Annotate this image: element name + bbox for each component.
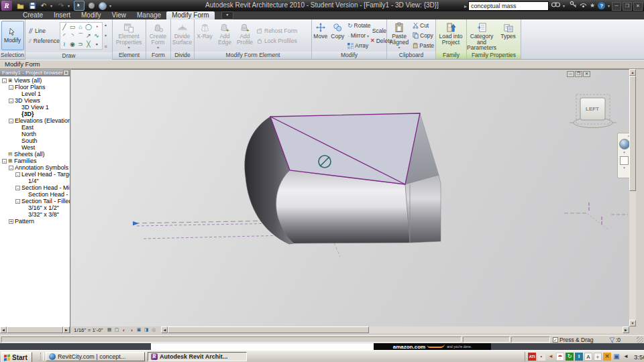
- tree-item[interactable]: -Elevations (Elevation 1: [0, 117, 70, 124]
- tree-item[interactable]: 3D View 1: [0, 104, 70, 111]
- lock-profiles-button[interactable]: Lock Profiles: [255, 36, 309, 46]
- load-into-project-button[interactable]: Load into Project: [436, 19, 466, 52]
- draw-tool-ellipse-icon[interactable]: ◉: [68, 40, 76, 49]
- hscroll-left-icon[interactable]: ◀: [161, 326, 168, 333]
- steering-wheel-icon[interactable]: [98, 1, 107, 10]
- rotate-button[interactable]: ↻ Rotate: [346, 21, 369, 31]
- status-dot-tray-icon[interactable]: •: [537, 353, 545, 361]
- wheel-dropdown-icon[interactable]: ▾: [623, 150, 625, 154]
- tree-toggle-icon[interactable]: +: [9, 219, 13, 224]
- favorites-star-icon[interactable]: ★: [590, 1, 595, 10]
- open-icon[interactable]: [16, 1, 25, 10]
- tree-item[interactable]: East: [0, 124, 70, 131]
- qat-dropdown-icon[interactable]: ▾: [109, 3, 113, 8]
- hscrollbar-track[interactable]: [369, 326, 623, 333]
- project-browser-titlebar[interactable]: Family1 - Project browser ×: [0, 69, 70, 76]
- redo-dropdown-icon[interactable]: ▾: [68, 3, 72, 8]
- view-minimize-icon[interactable]: ─: [567, 71, 574, 77]
- view-scale-label[interactable]: 1/16" = 1'-0": [71, 327, 105, 333]
- tab-create[interactable]: Create: [17, 11, 48, 19]
- add-edge-button[interactable]: + Add Edge: [215, 19, 235, 52]
- tree-item[interactable]: Section Head - M: [0, 191, 70, 198]
- tree-item[interactable]: 3/32" x 3/8": [0, 211, 70, 218]
- detail-level-icon[interactable]: ▦: [105, 327, 113, 333]
- tree-toggle-icon[interactable]: -: [9, 99, 13, 103]
- mass-3d-model[interactable]: [245, 113, 441, 244]
- zoom-tool-icon[interactable]: [620, 156, 629, 165]
- modify-cursor-icon[interactable]: [74, 1, 85, 11]
- tree-toggle-icon[interactable]: -: [9, 85, 13, 90]
- undo-dropdown-icon[interactable]: ▾: [50, 3, 54, 8]
- line-button[interactable]: Line: [26, 26, 60, 36]
- mirror-button[interactable]: Mirror ▾: [346, 31, 369, 41]
- draw-tool-arc-icon[interactable]: ◔: [93, 23, 101, 32]
- tree-toggle-icon[interactable]: -: [15, 199, 20, 204]
- help-icon[interactable]: ?: [598, 2, 605, 9]
- tree-item[interactable]: -Section Tail - Filled: [0, 198, 70, 204]
- tree-item[interactable]: North: [0, 131, 70, 137]
- reference-plane-lines-right[interactable]: [564, 202, 628, 229]
- category-and-parameters-button[interactable]: Category and Parameters: [467, 19, 496, 52]
- draw-tool-center-arc-icon[interactable]: ◝: [68, 32, 76, 40]
- search-caret-icon[interactable]: ▸: [464, 3, 467, 9]
- zoom-dropdown-icon[interactable]: ▾: [623, 166, 625, 170]
- audio-tray-icon[interactable]: ◄: [547, 353, 555, 361]
- tree-item[interactable]: -▣Views (all): [0, 77, 70, 84]
- draw-tool-spline-icon[interactable]: ∿: [93, 32, 101, 40]
- antivirus-umbrella-icon[interactable]: ☂: [556, 353, 564, 361]
- redo-icon[interactable]: ↷: [56, 1, 66, 10]
- tab-manage[interactable]: Manage: [131, 11, 166, 19]
- element-properties-dropdown-icon[interactable]: ▾: [127, 45, 129, 51]
- steering-wheel-tool-icon[interactable]: [619, 139, 630, 149]
- draw-grid-more-icon[interactable]: ≡: [104, 44, 107, 49]
- tree-item[interactable]: -3D Views: [0, 97, 70, 104]
- scroll-up-icon[interactable]: ▲: [629, 69, 636, 76]
- scroll-down-icon[interactable]: ▼: [629, 320, 636, 326]
- tree-toggle-icon[interactable]: -: [15, 172, 20, 177]
- restore-button[interactable]: ❐: [623, 2, 632, 11]
- tree-item[interactable]: West: [0, 144, 70, 151]
- add-profile-button[interactable]: + Add Profile: [235, 19, 255, 52]
- draw-tool-startend-arc-icon[interactable]: ◜: [60, 32, 68, 40]
- draw-tool-fillet-arc-icon[interactable]: ↗: [85, 32, 93, 40]
- tree-toggle-icon[interactable]: -: [9, 166, 13, 170]
- draw-tool-point-icon[interactable]: ╳: [85, 40, 93, 49]
- draw-tool-polygon-icon[interactable]: ⌂: [76, 23, 85, 32]
- tree-item[interactable]: Level 1: [0, 90, 70, 97]
- tree-item[interactable]: -Section Head - Min: [0, 184, 70, 191]
- save-icon[interactable]: [28, 1, 37, 10]
- draw-grid-down-icon[interactable]: ▼: [104, 34, 107, 38]
- tree-toggle-icon[interactable]: -: [9, 119, 13, 123]
- paste-aligned-dropdown-icon[interactable]: ▾: [398, 45, 400, 51]
- view-canvas[interactable]: LEFT ─ ❐ ✕ × ▾ ▾: [71, 69, 629, 326]
- scroll-left-icon[interactable]: ◀: [0, 326, 7, 333]
- tree-item[interactable]: +Pattern: [0, 218, 70, 225]
- press-drag-checkbox[interactable]: ✓: [553, 337, 558, 343]
- scroll-right-icon[interactable]: ▶: [63, 326, 70, 333]
- tree-item[interactable]: 1/4": [0, 178, 70, 184]
- model-graphics-style-icon[interactable]: ▢: [113, 327, 120, 333]
- view-vscrollbar[interactable]: ▲ ▼: [629, 69, 636, 326]
- a-tray-icon[interactable]: A: [584, 353, 592, 361]
- revit-menu-button[interactable]: R: [1, 1, 12, 11]
- tree-item[interactable]: -Floor Plans: [0, 84, 70, 90]
- resize-grip[interactable]: [637, 337, 643, 343]
- create-form-dropdown-icon[interactable]: ▾: [157, 45, 159, 51]
- paste-button[interactable]: Paste: [411, 41, 434, 51]
- cut-button[interactable]: Cut: [411, 21, 434, 31]
- tree-item[interactable]: ▤Sheets (all): [0, 151, 70, 158]
- hscroll-right-icon[interactable]: ▶: [623, 326, 629, 333]
- sun-study-icon[interactable]: [87, 1, 96, 10]
- tab-view[interactable]: View: [106, 11, 131, 19]
- sun-path-icon[interactable]: ◑: [127, 328, 135, 333]
- draw-tool-circle-icon[interactable]: ◯: [85, 23, 93, 32]
- close-button[interactable]: ✕: [633, 2, 643, 11]
- copy-button[interactable]: Copy: [329, 19, 347, 52]
- ribbon-state-dropdown-icon[interactable]: ▾: [221, 11, 233, 19]
- plus-tray-icon[interactable]: +: [594, 353, 602, 361]
- project-browser-close-icon[interactable]: ×: [63, 70, 69, 76]
- types-button[interactable]: Types: [496, 19, 520, 52]
- draw-tool-line-icon[interactable]: ╱: [60, 23, 68, 32]
- draw-tool-spline2-icon[interactable]: ≀: [60, 40, 68, 49]
- view-restore-icon[interactable]: ❐: [575, 71, 582, 77]
